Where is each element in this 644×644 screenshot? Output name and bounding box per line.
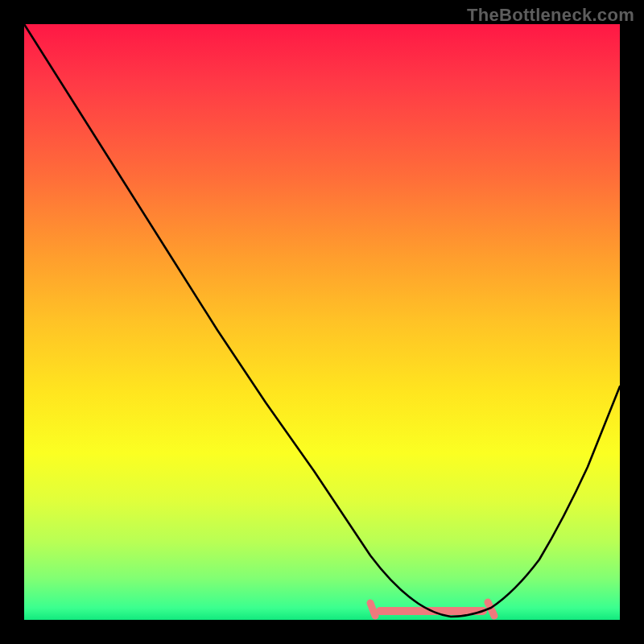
- chart-frame: TheBottleneck.com: [0, 0, 644, 644]
- chart-svg: [24, 24, 620, 620]
- ci-cap-left: [370, 603, 375, 616]
- watermark-text: TheBottleneck.com: [467, 5, 634, 26]
- plot-area: [24, 24, 620, 620]
- bottleneck-curve: [24, 24, 620, 617]
